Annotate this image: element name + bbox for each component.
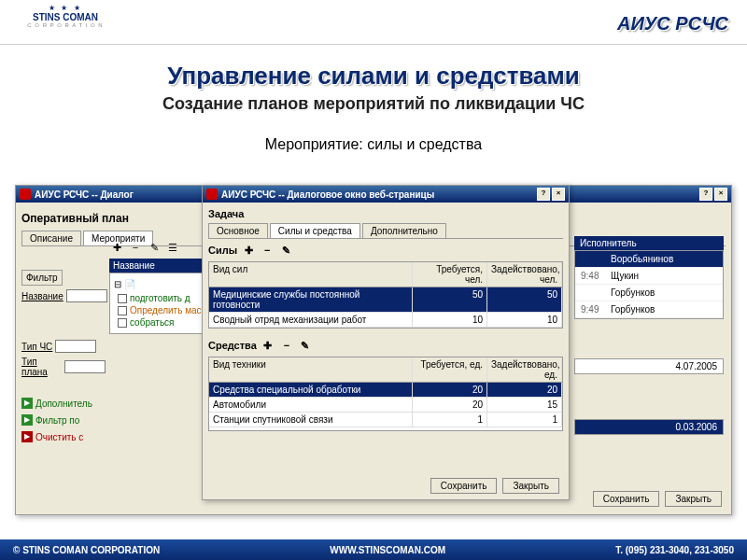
means-grid: Вид техники Требуется, ед. Задействовано…	[208, 357, 563, 431]
edit-icon[interactable]: ✎	[278, 243, 293, 258]
tree-body: ⊟ 📄 подготовить д Определить масс собрат…	[109, 273, 212, 334]
date-cell: 4.07.2005	[574, 358, 724, 374]
forces-label: Силы ✚ − ✎	[208, 243, 563, 258]
type-label: Тип ЧС	[21, 342, 52, 352]
button-row: Сохранить Закрыть	[593, 491, 722, 507]
link-filter[interactable]: ▶Фильтр по	[21, 414, 106, 426]
section-title: Мероприятие: силы и средства	[0, 136, 747, 153]
means-label: Средства ✚ − ✎	[208, 338, 563, 353]
logo-stars: ★ ★ ★	[19, 4, 112, 12]
save-button[interactable]: Сохранить	[430, 478, 498, 494]
window-title: АИУС РСЧС -- Диалоговое окно веб-страниц…	[221, 189, 434, 200]
tree-item[interactable]: собраться	[112, 317, 209, 328]
task-label: Задача	[208, 208, 563, 219]
window-title: АИУС РСЧС -- Диалог	[35, 189, 134, 200]
tab-main[interactable]: Основное	[208, 223, 268, 238]
filter-panel: Фильтр Название Тип ЧС Тип плана ▶Дополн…	[21, 270, 106, 442]
remove-icon[interactable]: −	[279, 338, 294, 353]
table-row[interactable]: Станции спутниковой связи 1 1	[209, 413, 562, 427]
tabs: Основное Силы и средства Дополнительно	[208, 223, 563, 239]
list-item[interactable]: 9:48Щукин	[575, 268, 723, 285]
tree-item[interactable]: Определить масс	[112, 305, 209, 315]
table-row[interactable]: Автомобили 20 15	[209, 398, 562, 413]
button-row: Сохранить Закрыть	[430, 478, 559, 494]
header: ★ ★ ★ STINS COMAN C O R P O R A T I O N …	[0, 0, 747, 45]
tab-forces[interactable]: Силы и средства	[270, 223, 360, 238]
close-button[interactable]: ×	[552, 188, 565, 201]
list-item[interactable]: 9:49Горбунков	[575, 301, 723, 318]
table-row[interactable]: Средства специальной обработки 20 20	[209, 383, 562, 398]
dialog-window-task: АИУС РСЧС -- Диалоговое окно веб-страниц…	[202, 185, 570, 500]
app-icon	[206, 189, 218, 200]
forces-grid: Вид сил Требуется, чел. Задействовано, ч…	[208, 261, 563, 329]
add-icon[interactable]: ✚	[109, 240, 124, 255]
titlebar[interactable]: АИУС РСЧС -- Диалоговое окно веб-страниц…	[203, 186, 569, 203]
tab-description[interactable]: Описание	[21, 231, 81, 245]
arrow-icon: ▶	[21, 431, 33, 442]
remove-icon[interactable]: −	[260, 243, 275, 258]
link-additional[interactable]: ▶Дополнитель	[21, 398, 106, 409]
tree-item[interactable]: подготовить д	[112, 293, 209, 303]
view-icon[interactable]: ☰	[165, 240, 180, 255]
date-cell: 0.03.2006	[574, 419, 724, 435]
table-row[interactable]: Сводный отряд механизации работ 10 10	[209, 313, 562, 328]
list-item[interactable]: Горбунков	[575, 285, 723, 301]
grid-header: Вид техники Требуется, ед. Задействовано…	[209, 357, 562, 383]
arrow-icon: ▶	[21, 414, 33, 426]
edit-icon[interactable]: ✎	[298, 338, 313, 353]
page-title: Управление силами и средствами	[0, 62, 747, 91]
system-title: АИУС РСЧС	[617, 13, 728, 35]
tab-additional[interactable]: Дополнительно	[362, 223, 446, 238]
tree-toolbar: ✚ − ✎ ☰	[109, 240, 212, 255]
right-column: Исполнитель Воробьянинов 9:48Щукин Горбу…	[574, 236, 724, 435]
page-subtitle: Создание планов мероприятий по ликвидаци…	[0, 94, 747, 114]
table-row[interactable]: Медицинские службы постоянной готовности…	[209, 287, 562, 313]
edit-icon[interactable]: ✎	[147, 240, 162, 255]
plan-label: Тип плана	[21, 357, 62, 377]
name-label: Название	[21, 291, 63, 301]
add-icon[interactable]: ✚	[241, 243, 256, 258]
logo-text: STINS COMAN	[19, 12, 112, 22]
close-button[interactable]: Закрыть	[502, 478, 559, 494]
close-button[interactable]: Закрыть	[665, 491, 722, 507]
help-button[interactable]: ?	[699, 188, 712, 201]
remove-icon[interactable]: −	[128, 240, 143, 255]
grid-header: Вид сил Требуется, чел. Задействовано, ч…	[209, 262, 562, 287]
logo: ★ ★ ★ STINS COMAN C O R P O R A T I O N	[19, 4, 112, 41]
app-icon	[20, 189, 31, 200]
plan-input[interactable]	[64, 360, 106, 373]
add-icon[interactable]: ✚	[261, 338, 275, 353]
logo-corp: C O R P O R A T I O N	[19, 22, 112, 28]
save-button[interactable]: Сохранить	[593, 491, 660, 507]
name-input[interactable]	[66, 289, 107, 302]
footer: © STINS COMAN CORPORATION WWW.STINSCOMAN…	[0, 539, 747, 560]
footer-phone: Т. (095) 231-3040, 231-3050	[615, 545, 734, 555]
tree-header: Название	[109, 259, 212, 273]
footer-copyright: © STINS COMAN CORPORATION	[13, 545, 160, 555]
type-input[interactable]	[55, 340, 96, 353]
filter-label: Фильтр	[21, 270, 63, 286]
tree: ✚ − ✎ ☰ Название ⊟ 📄 подготовить д Опред…	[109, 236, 212, 334]
help-button[interactable]: ?	[537, 188, 550, 201]
link-clear[interactable]: ▶Очистить с	[21, 431, 106, 442]
footer-url: WWW.STINSCOMAN.COM	[330, 545, 445, 555]
list-item[interactable]: Воробьянинов	[575, 251, 723, 268]
right-header: Исполнитель	[574, 236, 724, 250]
arrow-icon: ▶	[21, 398, 33, 409]
close-button[interactable]: ×	[714, 188, 727, 201]
executor-list: Воробьянинов 9:48Щукин Горбунков 9:49Гор…	[574, 250, 724, 319]
